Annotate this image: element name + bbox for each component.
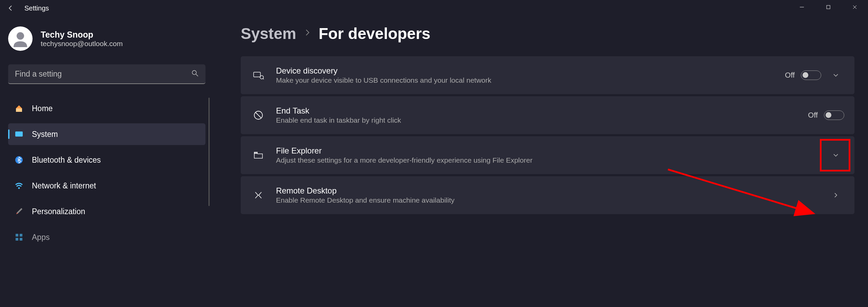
- remote-desktop-icon: [251, 189, 266, 201]
- toggle-label: Off: [808, 111, 818, 120]
- sidebar: Techy Snoop techysnoop@outlook.com Home: [0, 16, 214, 307]
- avatar: [8, 26, 33, 51]
- svg-line-4: [196, 74, 198, 76]
- setting-device-discovery[interactable]: Device discovery Make your device visibl…: [241, 56, 854, 94]
- main-content: System For developers Device discovery M…: [214, 16, 868, 307]
- navigate-button[interactable]: [827, 187, 844, 204]
- apps-icon: [14, 232, 24, 242]
- svg-line-15: [263, 78, 264, 79]
- sidebar-item-label: Network & internet: [32, 181, 96, 190]
- setting-remote-desktop[interactable]: Remote Desktop Enable Remote Desktop and…: [241, 176, 854, 214]
- device-discovery-icon: [251, 69, 266, 81]
- svg-line-17: [256, 112, 261, 118]
- expand-button[interactable]: [827, 67, 844, 84]
- minimize-button[interactable]: [789, 0, 815, 14]
- app-title: Settings: [24, 4, 49, 12]
- chevron-right-icon: [304, 27, 311, 40]
- file-explorer-icon: [251, 149, 266, 161]
- svg-rect-9: [16, 234, 18, 237]
- user-email: techysnoop@outlook.com: [41, 40, 123, 48]
- svg-point-3: [192, 70, 196, 75]
- sidebar-scrollbar[interactable]: [209, 98, 210, 206]
- sidebar-item-network[interactable]: Network & internet: [8, 175, 205, 197]
- sidebar-item-personalization[interactable]: Personalization: [8, 201, 205, 222]
- sidebar-item-bluetooth[interactable]: Bluetooth & devices: [8, 149, 205, 171]
- setting-desc: Enable Remote Desktop and ensure machine…: [276, 196, 817, 204]
- sidebar-item-label: Apps: [32, 233, 50, 242]
- breadcrumb-parent[interactable]: System: [241, 24, 296, 43]
- setting-end-task[interactable]: End Task Enable end task in taskbar by r…: [241, 96, 854, 134]
- system-icon: [14, 129, 24, 139]
- device-discovery-toggle[interactable]: [801, 70, 821, 80]
- search-icon: [191, 69, 199, 78]
- sidebar-item-home[interactable]: Home: [8, 98, 205, 119]
- setting-file-explorer[interactable]: File Explorer Adjust these settings for …: [241, 136, 854, 174]
- toggle-label: Off: [785, 71, 795, 80]
- end-task-icon: [251, 109, 266, 121]
- setting-title: Remote Desktop: [276, 186, 817, 196]
- svg-rect-13: [254, 72, 260, 77]
- breadcrumb-current: For developers: [319, 24, 431, 43]
- expand-button[interactable]: [827, 147, 844, 164]
- breadcrumb: System For developers: [241, 24, 854, 43]
- setting-title: File Explorer: [276, 146, 817, 156]
- search-input[interactable]: [15, 69, 191, 79]
- svg-rect-5: [16, 108, 22, 112]
- svg-rect-12: [20, 238, 22, 241]
- maximize-button[interactable]: [815, 0, 842, 14]
- home-icon: [14, 104, 24, 113]
- end-task-toggle[interactable]: [824, 110, 844, 120]
- sidebar-item-system[interactable]: System: [8, 123, 205, 145]
- setting-desc: Adjust these settings for a more develop…: [276, 156, 817, 164]
- user-info[interactable]: Techy Snoop techysnoop@outlook.com: [8, 26, 205, 51]
- svg-rect-11: [16, 238, 18, 241]
- setting-title: End Task: [276, 106, 798, 116]
- back-button[interactable]: [3, 0, 19, 16]
- svg-rect-1: [827, 5, 830, 9]
- sidebar-item-apps[interactable]: Apps: [8, 226, 205, 248]
- svg-point-2: [17, 32, 24, 40]
- setting-desc: Make your device visible to USB connecti…: [276, 76, 775, 84]
- sidebar-item-label: Personalization: [32, 207, 85, 216]
- svg-point-8: [18, 187, 20, 189]
- sidebar-item-label: Bluetooth & devices: [32, 156, 101, 165]
- wifi-icon: [14, 181, 24, 190]
- setting-desc: Enable end task in taskbar by right clic…: [276, 116, 798, 124]
- svg-rect-6: [15, 131, 23, 137]
- close-button[interactable]: [842, 0, 868, 14]
- user-name: Techy Snoop: [41, 30, 123, 40]
- sidebar-item-label: Home: [32, 104, 53, 113]
- brush-icon: [14, 207, 24, 216]
- setting-title: Device discovery: [276, 66, 775, 76]
- bluetooth-icon: [14, 155, 24, 165]
- sidebar-item-label: System: [32, 130, 58, 139]
- search-box[interactable]: [8, 64, 205, 84]
- svg-rect-10: [20, 234, 22, 237]
